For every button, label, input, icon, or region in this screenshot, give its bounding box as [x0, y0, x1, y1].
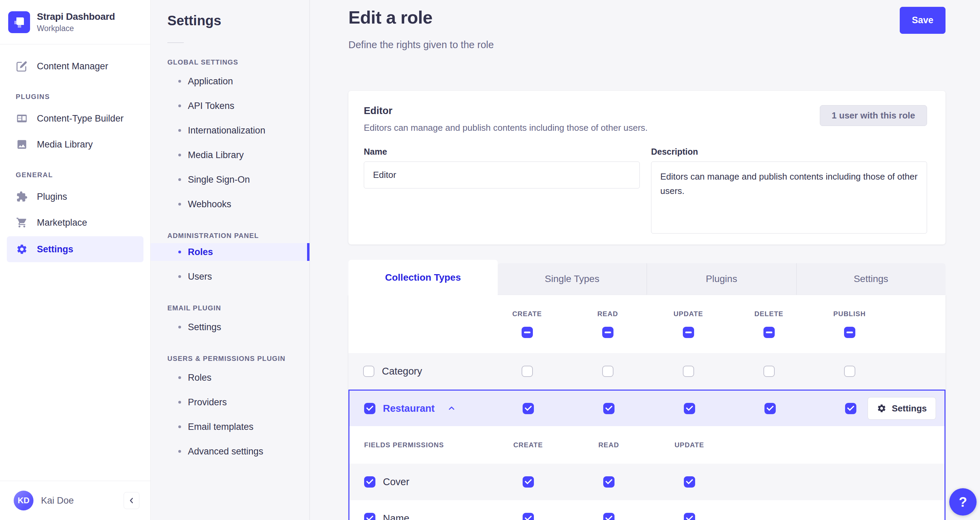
gear-icon — [877, 404, 886, 413]
subnav-item-up-advanced-settings[interactable]: Advanced settings — [151, 439, 309, 464]
fields-column-update: UPDATE — [649, 441, 730, 449]
subnav-title: Settings — [167, 12, 309, 29]
tab-settings[interactable]: Settings — [796, 263, 946, 295]
restaurant-read-checkbox[interactable] — [603, 403, 614, 414]
role-name-input[interactable] — [364, 162, 640, 188]
sidebar-item-content-manager[interactable]: Content Manager — [0, 53, 150, 79]
sidebar-item-label: Plugins — [37, 192, 67, 202]
subnav-item-admin-roles[interactable]: Roles — [151, 243, 309, 261]
cover-update-checkbox[interactable] — [684, 476, 695, 488]
permission-tabs: Collection Types Single Types Plugins Se… — [348, 260, 945, 295]
bullet-icon — [178, 376, 181, 379]
restaurant-update-checkbox[interactable] — [684, 403, 695, 414]
user-name: Kai Doe — [41, 495, 74, 506]
category-row-checkbox[interactable] — [363, 366, 374, 377]
avatar[interactable]: KD — [14, 491, 33, 510]
tab-single-types[interactable]: Single Types — [498, 263, 647, 295]
sidebar-section-plugins: PLUGINS — [16, 93, 150, 101]
category-delete-checkbox[interactable] — [764, 366, 775, 377]
restaurant-row-checkbox[interactable] — [364, 403, 375, 414]
bullet-icon — [178, 275, 181, 278]
app-title: Strapi Dashboard — [37, 11, 115, 22]
name-row-checkbox[interactable] — [364, 513, 375, 520]
fields-column-create: CREATE — [488, 441, 568, 449]
sidebar-item-label: Settings — [37, 244, 73, 255]
subnav-item-up-email-templates[interactable]: Email templates — [151, 415, 309, 439]
name-update-checkbox[interactable] — [684, 513, 695, 520]
tab-collection-types[interactable]: Collection Types — [348, 260, 498, 295]
chevron-up-icon[interactable] — [447, 404, 456, 413]
role-info-card: Editor Editors can manage and publish co… — [348, 91, 945, 245]
subnav-item-application[interactable]: Application — [151, 69, 309, 94]
table-row-name: Name — [350, 500, 945, 520]
row-label: Name — [383, 513, 409, 520]
permissions-header-row: CREATE READ UPDATE DELETE PUBLISH — [348, 295, 945, 353]
name-read-checkbox[interactable] — [603, 513, 614, 520]
users-with-role-button[interactable]: 1 user with this role — [820, 105, 927, 126]
name-create-checkbox[interactable] — [523, 513, 534, 520]
description-field-label: Description — [651, 147, 927, 157]
bullet-icon — [178, 401, 181, 404]
sidebar-item-plugins[interactable]: Plugins — [0, 184, 150, 210]
strapi-admin-window: Strapi Dashboard Workplace Content Manag… — [0, 0, 980, 520]
page-title: Edit a role — [348, 7, 433, 28]
restaurant-delete-checkbox[interactable] — [764, 403, 776, 414]
row-label[interactable]: Restaurant — [383, 403, 435, 414]
select-all-publish-checkbox[interactable] — [844, 327, 855, 338]
save-button[interactable]: Save — [900, 7, 945, 34]
cover-row-checkbox[interactable] — [364, 476, 375, 488]
page-header: Edit a role Save — [348, 7, 945, 34]
sidebar-item-settings[interactable]: Settings — [7, 236, 143, 262]
sidebar-item-marketplace[interactable]: Marketplace — [0, 210, 150, 235]
bullet-icon — [178, 154, 181, 156]
subnav-item-webhooks[interactable]: Webhooks — [151, 192, 309, 216]
name-field-label: Name — [364, 147, 640, 157]
subnav-item-up-providers[interactable]: Providers — [151, 390, 309, 415]
sidebar-item-media-library[interactable]: Media Library — [0, 132, 150, 157]
restaurant-create-checkbox[interactable] — [523, 403, 534, 414]
page-subtitle: Define the rights given to the role — [348, 38, 945, 51]
sidebar-item-label: Content Manager — [37, 61, 108, 72]
subnav-item-admin-users[interactable]: Users — [151, 264, 309, 289]
pen-icon — [16, 60, 28, 72]
column-header-update: UPDATE — [674, 310, 703, 318]
subnav-item-api-tokens[interactable]: API Tokens — [151, 94, 309, 118]
permissions-table: CREATE READ UPDATE DELETE PUBLISH — [348, 295, 945, 520]
role-description-input[interactable]: Editors can manage and publish contents … — [651, 162, 927, 234]
workspace-switcher[interactable]: Strapi Dashboard Workplace — [0, 0, 150, 45]
bullet-icon — [178, 425, 181, 428]
sidebar-item-content-type-builder[interactable]: Content-Type Builder — [0, 105, 150, 132]
help-button[interactable]: ? — [949, 488, 977, 515]
select-all-delete-checkbox[interactable] — [764, 327, 775, 338]
row-label[interactable]: Category — [382, 366, 422, 377]
category-create-checkbox[interactable] — [522, 366, 533, 377]
restaurant-settings-button[interactable]: Settings — [868, 397, 936, 420]
role-name-heading: Editor — [364, 105, 648, 116]
subnav-item-internationalization[interactable]: Internationalization — [151, 118, 309, 143]
restaurant-publish-checkbox[interactable] — [845, 403, 856, 414]
subnav-item-single-sign-on[interactable]: Single Sign-On — [151, 167, 309, 192]
category-read-checkbox[interactable] — [602, 366, 614, 377]
subnav-item-up-roles[interactable]: Roles — [151, 365, 309, 390]
main-sidebar: Strapi Dashboard Workplace Content Manag… — [0, 0, 151, 520]
subnav-item-email-settings[interactable]: Settings — [151, 315, 309, 339]
sidebar-section-general: GENERAL — [16, 171, 150, 179]
cover-read-checkbox[interactable] — [603, 476, 614, 488]
sidebar-item-label: Content-Type Builder — [37, 113, 124, 124]
table-row-category: Category — [348, 353, 945, 390]
subnav-section-global-settings: GLOBAL SETTINGS — [167, 58, 309, 66]
category-publish-checkbox[interactable] — [844, 366, 855, 377]
collapse-sidebar-button[interactable] — [124, 492, 139, 509]
tab-plugins[interactable]: Plugins — [647, 263, 796, 295]
image-icon — [16, 138, 28, 151]
select-all-read-checkbox[interactable] — [602, 327, 614, 338]
table-row-cover: Cover — [350, 464, 945, 500]
sidebar-footer: KD Kai Doe — [0, 481, 150, 520]
select-all-update-checkbox[interactable] — [683, 327, 694, 338]
cover-create-checkbox[interactable] — [523, 476, 534, 488]
subnav-item-media-library[interactable]: Media Library — [151, 143, 309, 167]
category-update-checkbox[interactable] — [683, 366, 694, 377]
sidebar-item-label: Marketplace — [37, 218, 87, 228]
select-all-create-checkbox[interactable] — [522, 327, 533, 338]
sidebar-nav: Content Manager PLUGINS Content-Type Bui… — [0, 45, 150, 263]
